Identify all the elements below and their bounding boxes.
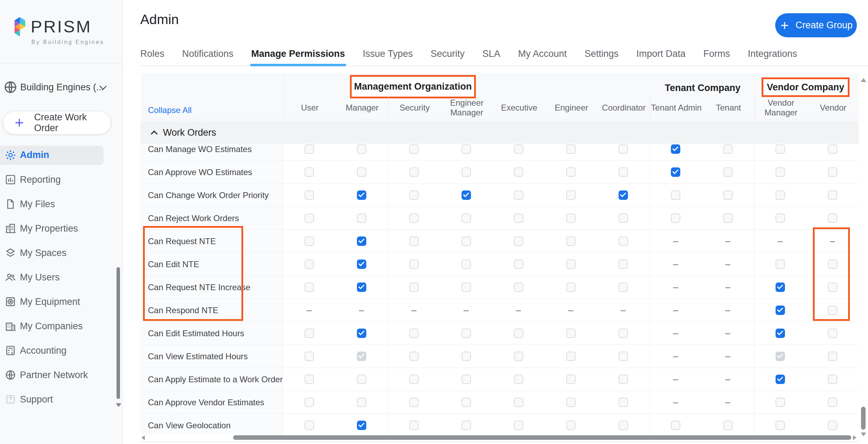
checkbox-unchecked[interactable] [305, 259, 314, 269]
sidebar-item-support[interactable]: Support [0, 387, 123, 412]
sidebar-item-my-properties[interactable]: My Properties [0, 216, 123, 241]
checkbox-unchecked[interactable] [828, 190, 837, 200]
create-group-button[interactable]: Create Group [775, 13, 857, 37]
checkbox-unchecked[interactable] [462, 398, 471, 407]
checkbox-unchecked[interactable] [828, 329, 837, 338]
tab-settings[interactable]: Settings [584, 48, 619, 59]
sidebar-item-my-companies[interactable]: My Companies [0, 314, 123, 338]
vertical-scrollbar-thumb[interactable] [861, 407, 866, 430]
checkbox-unchecked[interactable] [566, 375, 576, 384]
checkbox-checked[interactable] [357, 259, 366, 269]
checkbox-unchecked[interactable] [776, 167, 785, 177]
checkbox-checked[interactable] [776, 283, 785, 292]
sidebar-item-my-files[interactable]: My Files [0, 192, 123, 216]
checkbox-unchecked[interactable] [514, 259, 523, 269]
checkbox-unchecked[interactable] [462, 236, 471, 246]
checkbox-unchecked[interactable] [409, 236, 419, 246]
checkbox-unchecked[interactable] [566, 190, 576, 200]
tab-sla[interactable]: SLA [482, 48, 500, 59]
checkbox-unchecked[interactable] [723, 167, 733, 177]
tab-import-data[interactable]: Import Data [636, 48, 686, 59]
checkbox-unchecked[interactable] [357, 375, 366, 384]
checkbox-unchecked[interactable] [409, 167, 419, 177]
checkbox-unchecked[interactable] [828, 213, 837, 223]
tab-notifications[interactable]: Notifications [182, 48, 233, 59]
checkbox-unchecked[interactable] [828, 306, 837, 315]
checkbox-checked[interactable] [357, 190, 366, 200]
checkbox-unchecked[interactable] [514, 352, 523, 361]
tab-issue-types[interactable]: Issue Types [363, 48, 413, 59]
sidebar-scrollbar-thumb[interactable] [117, 267, 120, 399]
checkbox-unchecked[interactable] [409, 259, 419, 269]
checkbox-unchecked[interactable] [619, 213, 628, 223]
checkbox-unchecked[interactable] [462, 167, 471, 177]
sidebar-item-my-spaces[interactable]: My Spaces [0, 241, 123, 265]
tab-my-account[interactable]: My Account [518, 48, 567, 59]
scroll-right-arrow-icon[interactable] [853, 435, 856, 440]
checkbox-unchecked[interactable] [514, 167, 523, 177]
checkbox-unchecked[interactable] [514, 421, 523, 430]
vertical-scrollbar[interactable] [860, 76, 867, 439]
checkbox-unchecked[interactable] [514, 190, 523, 200]
checkbox-unchecked[interactable] [305, 213, 314, 223]
checkbox-unchecked[interactable] [305, 144, 314, 154]
checkbox-checked[interactable] [776, 329, 785, 338]
checkbox-checked[interactable] [776, 375, 785, 384]
checkbox-unchecked[interactable] [409, 375, 419, 384]
checkbox-unchecked[interactable] [566, 352, 576, 361]
checkbox-unchecked[interactable] [305, 329, 314, 338]
checkbox-unchecked[interactable] [671, 213, 680, 223]
checkbox-unchecked[interactable] [828, 375, 837, 384]
checkbox-unchecked[interactable] [566, 283, 576, 292]
tab-security[interactable]: Security [431, 48, 465, 59]
checkbox-unchecked[interactable] [566, 167, 576, 177]
checkbox-unchecked[interactable] [409, 329, 419, 338]
horizontal-scrollbar[interactable] [141, 435, 859, 441]
tab-manage-permissions[interactable]: Manage Permissions [251, 48, 345, 59]
checkbox-unchecked[interactable] [619, 421, 628, 430]
sidebar-item-reporting[interactable]: Reporting [0, 167, 123, 192]
checkbox-unchecked[interactable] [776, 421, 785, 430]
checkbox-unchecked[interactable] [723, 190, 733, 200]
checkbox-unchecked[interactable] [305, 398, 314, 407]
section-row-work-orders[interactable]: Work Orders [141, 121, 859, 144]
checkbox-unchecked[interactable] [828, 421, 837, 430]
checkbox-unchecked[interactable] [514, 236, 523, 246]
checkbox-unchecked[interactable] [514, 213, 523, 223]
checkbox-unchecked[interactable] [619, 167, 628, 177]
checkbox-unchecked[interactable] [462, 259, 471, 269]
checkbox-unchecked[interactable] [357, 213, 366, 223]
checkbox-checked[interactable] [671, 167, 680, 177]
checkbox-unchecked[interactable] [671, 190, 680, 200]
checkbox-unchecked[interactable] [776, 190, 785, 200]
checkbox-unchecked[interactable] [619, 283, 628, 292]
checkbox-unchecked[interactable] [828, 352, 837, 361]
checkbox-unchecked[interactable] [619, 144, 628, 154]
checkbox-unchecked[interactable] [305, 167, 314, 177]
checkbox-unchecked[interactable] [305, 283, 314, 292]
checkbox-unchecked[interactable] [776, 398, 785, 407]
sidebar-scroll-down-arrow-icon[interactable] [116, 403, 121, 407]
checkbox-unchecked[interactable] [462, 329, 471, 338]
scroll-down-arrow-icon[interactable] [861, 432, 866, 436]
checkbox-unchecked[interactable] [619, 375, 628, 384]
checkbox-unchecked[interactable] [409, 421, 419, 430]
checkbox-unchecked[interactable] [566, 144, 576, 154]
checkbox-unchecked[interactable] [409, 190, 419, 200]
checkbox-unchecked[interactable] [514, 398, 523, 407]
checkbox-unchecked[interactable] [828, 167, 837, 177]
checkbox-unchecked[interactable] [619, 329, 628, 338]
checkbox-unchecked[interactable] [462, 283, 471, 292]
checkbox-unchecked[interactable] [619, 259, 628, 269]
checkbox-unchecked[interactable] [828, 144, 837, 154]
sidebar-item-accounting[interactable]: Accounting [0, 338, 123, 363]
checkbox-unchecked[interactable] [409, 283, 419, 292]
checkbox-unchecked[interactable] [462, 352, 471, 361]
checkbox-unchecked[interactable] [305, 236, 314, 246]
checkbox-unchecked[interactable] [566, 213, 576, 223]
checkbox-unchecked[interactable] [357, 167, 366, 177]
checkbox-unchecked[interactable] [828, 283, 837, 292]
checkbox-checked[interactable] [776, 306, 785, 315]
checkbox-unchecked[interactable] [409, 144, 419, 154]
checkbox-unchecked[interactable] [357, 398, 366, 407]
